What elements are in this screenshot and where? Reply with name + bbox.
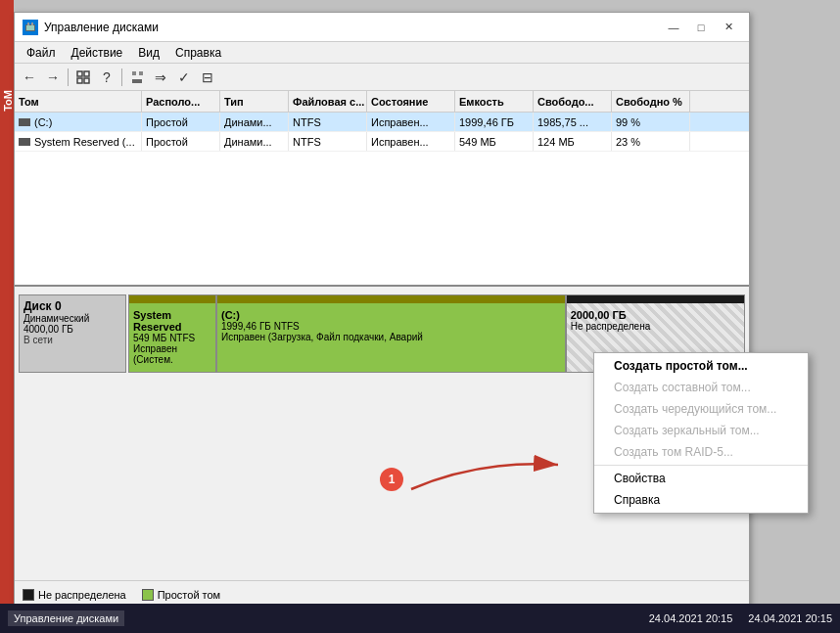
table-row[interactable]: (C:) Простой Динами... NTFS Исправен... … xyxy=(15,113,749,132)
window-title: Управление дисками xyxy=(44,21,661,34)
titlebar: Управление дисками — □ ✕ xyxy=(15,13,749,42)
forward-button[interactable]: → xyxy=(42,67,64,88)
disk-table: Том Располо... Тип Файловая с... Состоян… xyxy=(15,91,749,287)
partition-system-reserved[interactable]: System Reserved 549 МБ NTFS Исправен (Си… xyxy=(129,295,217,372)
drive-icon-2 xyxy=(19,138,30,146)
toolbar-shrink-button[interactable] xyxy=(126,67,148,88)
th-capacity[interactable]: Емкость xyxy=(455,91,534,112)
part-name-2: (C:) xyxy=(221,309,561,321)
td-state-2: Исправен... xyxy=(367,132,455,151)
drive-icon-1 xyxy=(19,118,30,126)
legend-box-unalloc xyxy=(23,589,34,601)
taskbar-left: Управление дисками xyxy=(8,610,124,626)
td-type-1: Динами... xyxy=(220,113,289,131)
minimize-button[interactable]: — xyxy=(661,18,686,37)
ctx-help[interactable]: Справка xyxy=(594,489,808,511)
toolbar-minus-button[interactable]: ⊟ xyxy=(197,67,218,88)
svg-rect-1 xyxy=(26,25,34,30)
legend-simple: Простой том xyxy=(142,589,220,601)
svg-rect-10 xyxy=(139,71,143,75)
part-name-3: 2000,00 ГБ xyxy=(571,309,740,321)
td-type-2: Динами... xyxy=(220,132,289,151)
toolbar-grid-button[interactable] xyxy=(72,67,94,88)
window-icon xyxy=(23,20,38,35)
taskbar-datetime-2: 24.04.2021 20:15 xyxy=(748,612,832,624)
table-row[interactable]: System Reserved (... Простой Динами... N… xyxy=(15,132,749,152)
th-type[interactable]: Тип xyxy=(220,91,289,112)
menu-file[interactable]: Файл xyxy=(19,44,64,62)
legend-label-simple: Простой том xyxy=(158,589,220,601)
disk-name: Диск 0 xyxy=(23,299,121,313)
svg-rect-2 xyxy=(27,23,29,25)
close-button[interactable]: ✕ xyxy=(716,18,741,37)
taskbar-datetime-1: 24.04.2021 20:15 xyxy=(649,612,733,624)
disk-label: Диск 0 Динамический 4000,00 ГБ В сети xyxy=(19,294,126,373)
ctx-properties[interactable]: Свойства xyxy=(594,468,808,489)
td-loc-2: Простой xyxy=(142,132,220,151)
partition-bar-2 xyxy=(217,295,565,303)
toolbar: ← → ? ⇒ ✓ ⊟ xyxy=(15,64,749,91)
td-cap-1: 1999,46 ГБ xyxy=(455,113,534,131)
part-state-1: Исправен (Систем. xyxy=(133,343,211,365)
th-state[interactable]: Состояние xyxy=(367,91,455,112)
ctx-separator-1 xyxy=(594,465,808,466)
disk-size: 4000,00 ГБ xyxy=(23,324,121,335)
annotation-circle: 1 xyxy=(380,468,403,491)
part-state-2: Исправен (Загрузка, Файл подкачки, Авари… xyxy=(221,332,561,342)
td-freep-2: 23 % xyxy=(612,132,690,151)
ctx-create-raid5: Создать том RAID-5... xyxy=(594,441,808,463)
legend-unallocated: Не распределена xyxy=(23,589,126,601)
td-fs-1: NTFS xyxy=(289,113,367,131)
td-state-1: Исправен... xyxy=(367,113,455,131)
ctx-create-simple[interactable]: Создать простой том... xyxy=(594,355,808,377)
taskbar-diskmgmt[interactable]: Управление дисками xyxy=(8,610,124,626)
titlebar-buttons: — □ ✕ xyxy=(661,18,741,37)
ctx-create-composite: Создать составной том... xyxy=(594,377,808,398)
svg-rect-5 xyxy=(84,71,89,76)
context-menu: Создать простой том... Создать составной… xyxy=(593,352,809,514)
toolbar-sep-1 xyxy=(68,68,69,86)
svg-rect-4 xyxy=(77,71,82,76)
th-volume[interactable]: Том xyxy=(15,91,142,112)
td-vol-2: System Reserved (... xyxy=(15,132,142,151)
disk-status: В сети xyxy=(23,335,121,345)
td-freep-1: 99 % xyxy=(612,113,690,131)
help-button[interactable]: ? xyxy=(96,67,117,88)
svg-rect-9 xyxy=(132,79,142,83)
ctx-create-striped: Создать чередующийся том... xyxy=(594,398,808,420)
disk-type: Динамический xyxy=(23,313,121,324)
svg-rect-8 xyxy=(132,71,136,75)
td-free-1: 1985,75 ... xyxy=(534,113,612,131)
table-header: Том Располо... Тип Файловая с... Состоян… xyxy=(15,91,749,113)
part-name-1: System Reserved xyxy=(133,309,211,333)
th-filesystem[interactable]: Файловая с... xyxy=(289,91,367,112)
partition-c[interactable]: (C:) 1999,46 ГБ NTFS Исправен (Загрузка,… xyxy=(217,295,567,372)
partition-bar-1 xyxy=(129,295,215,303)
partition-bar-3 xyxy=(567,295,744,303)
part-size-1: 549 МБ NTFS xyxy=(133,333,211,343)
legend-box-simple xyxy=(142,589,154,601)
th-freepct[interactable]: Свободно % xyxy=(612,91,690,112)
toolbar-sep-2 xyxy=(121,68,122,86)
menubar: Файл Действие Вид Справка xyxy=(15,42,749,64)
td-fs-2: NTFS xyxy=(289,132,367,151)
menu-action[interactable]: Действие xyxy=(64,44,131,62)
toolbar-check-button[interactable]: ✓ xyxy=(173,67,195,88)
svg-rect-7 xyxy=(84,78,89,83)
legend-label-unalloc: Не распределена xyxy=(38,589,126,601)
td-loc-1: Простой xyxy=(142,113,220,131)
menu-help[interactable]: Справка xyxy=(167,44,229,62)
td-free-2: 124 МБ xyxy=(534,132,612,151)
part-size-3: Не распределена xyxy=(571,321,740,332)
ctx-create-mirror: Создать зеркальный том... xyxy=(594,420,808,441)
th-location[interactable]: Располо... xyxy=(142,91,220,112)
th-free[interactable]: Свободо... xyxy=(534,91,612,112)
menu-view[interactable]: Вид xyxy=(130,44,167,62)
taskbar: Управление дисками 24.04.2021 20:15 24.0… xyxy=(0,604,840,633)
back-button[interactable]: ← xyxy=(19,67,40,88)
toolbar-arrow-button[interactable]: ⇒ xyxy=(150,67,171,88)
main-window: Управление дисками — □ ✕ Файл Действие В… xyxy=(14,12,750,609)
part-size-2: 1999,46 ГБ NTFS xyxy=(221,321,561,332)
maximize-button[interactable]: □ xyxy=(688,18,714,37)
table-body: (C:) Простой Динами... NTFS Исправен... … xyxy=(15,113,749,152)
